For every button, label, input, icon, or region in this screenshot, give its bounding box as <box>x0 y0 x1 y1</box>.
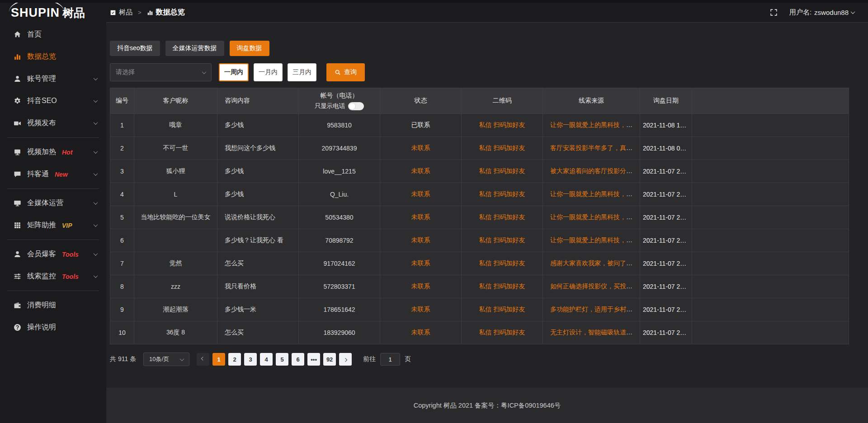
cell-status: 未联系 <box>380 298 462 321</box>
page-button-5[interactable]: 5 <box>276 353 288 366</box>
tab-2[interactable]: 询盘数据 <box>230 41 269 56</box>
chevron-down-icon <box>94 120 98 125</box>
sidebar-item-label: 数据总览 <box>27 52 56 61</box>
cell-source: 让你一眼就爱上的黑科技，能... <box>543 183 640 206</box>
qrcode-link[interactable]: 私信 扫码加好友 <box>479 144 525 151</box>
sidebar-item-douketong[interactable]: 抖客通New <box>0 163 106 185</box>
sidebar-divider <box>7 188 99 189</box>
cell-account: Q_Liu. <box>299 183 380 206</box>
cell-source: 被大家追着问的客厅投影分享... <box>543 160 640 183</box>
cell-no: 3 <box>110 160 134 183</box>
tab-0[interactable]: 抖音seo数据 <box>110 41 160 56</box>
filter-select[interactable]: 请选择 <box>110 63 212 81</box>
phone-only-toggle[interactable] <box>348 102 364 110</box>
cell-date: 2021-11-07 22:41 <box>640 229 692 252</box>
cell-filler <box>692 321 849 344</box>
logo[interactable]: SHUPIN 树品 <box>0 3 106 23</box>
sidebar-divider <box>7 240 99 240</box>
qrcode-link[interactable]: 私信 扫码加好友 <box>479 121 525 128</box>
page-button-4[interactable]: 4 <box>260 353 273 366</box>
source-link[interactable]: 让你一眼就爱上的黑科技，能... <box>550 121 638 128</box>
cell-nickname <box>134 229 217 252</box>
sidebar-item-member-baoke[interactable]: 会员爆客Tools <box>0 243 106 265</box>
qrcode-link[interactable]: 私信 扫码加好友 <box>479 259 525 267</box>
sidebar-item-operation-guide[interactable]: 操作说明 <box>0 316 106 338</box>
user-icon <box>14 250 21 258</box>
sidebar-item-clue-monitor[interactable]: 线索监控Tools <box>0 265 106 287</box>
chevron-down-icon <box>202 70 207 74</box>
sidebar-item-label: 首页 <box>27 30 42 39</box>
source-link[interactable]: 让你一眼就爱上的黑科技，能... <box>550 213 638 221</box>
source-link[interactable]: 多功能护栏灯，适用于乡村文... <box>550 306 638 313</box>
cell-date: 2021-11-07 21:42 <box>640 275 692 298</box>
footer: Copyright 树品 2021 备案号：粤ICP备09019646号 <box>106 388 868 423</box>
cell-qrcode: 私信 扫码加好友 <box>462 321 543 344</box>
cell-status: 未联系 <box>380 137 462 160</box>
qrcode-link[interactable]: 私信 扫码加好友 <box>479 213 525 221</box>
sidebar-item-matrix-boost[interactable]: 矩阵助推VIP <box>0 214 106 236</box>
source-link[interactable]: 感谢大家喜欢我家，被问了好... <box>550 259 638 267</box>
source-link[interactable]: 让你一眼就爱上的黑科技，能... <box>550 190 638 197</box>
sidebar-item-douyin-seo[interactable]: 抖音SEO <box>0 90 106 112</box>
sidebar-item-video-publish[interactable]: 视频发布 <box>0 112 106 134</box>
page-button-6[interactable]: 6 <box>292 353 304 366</box>
col-header-qrcode: 二维码 <box>462 88 543 114</box>
page-button-92[interactable]: 92 <box>323 353 336 366</box>
breadcrumb-root-icon <box>110 9 116 16</box>
cell-account: love__1215 <box>299 160 380 183</box>
page-button-3[interactable]: 3 <box>244 353 257 366</box>
page-button-2[interactable]: 2 <box>228 353 241 366</box>
cell-no: 10 <box>110 321 134 344</box>
source-link[interactable]: 如何正确选择投影仪，买投影... <box>550 282 638 290</box>
page-size-select[interactable]: 10条/页 <box>143 352 189 366</box>
page-size-value: 10条/页 <box>149 355 169 363</box>
fullscreen-icon[interactable] <box>770 9 778 16</box>
sidebar-item-account-manage[interactable]: 账号管理 <box>0 68 106 90</box>
cell-qrcode: 私信 扫码加好友 <box>462 183 543 206</box>
sidebar-item-video-heat[interactable]: 视频加热Hot <box>0 141 106 163</box>
cell-nickname: 狐小狸 <box>134 160 217 183</box>
qrcode-link[interactable]: 私信 扫码加好友 <box>479 329 525 336</box>
sidebar-divider <box>7 137 99 138</box>
sidebar-item-consume-detail[interactable]: 消费明细 <box>0 294 106 316</box>
user-menu[interactable]: 用户名: zswodun88 <box>789 8 854 17</box>
source-link[interactable]: 客厅安装投影半年多了，真实... <box>550 144 638 151</box>
tab-1[interactable]: 全媒体运营数据 <box>165 41 224 56</box>
range-button-1[interactable]: 一月内 <box>254 63 283 81</box>
qrcode-link[interactable]: 私信 扫码加好友 <box>479 167 525 174</box>
next-page-button[interactable] <box>339 353 352 366</box>
cell-status: 未联系 <box>380 229 462 252</box>
qrcode-link[interactable]: 私信 扫码加好友 <box>479 190 525 197</box>
cell-no: 1 <box>110 114 134 137</box>
page-ellipsis-button[interactable]: ••• <box>307 353 320 366</box>
sidebar-item-data-overview[interactable]: 数据总览 <box>0 46 106 68</box>
cell-no: 7 <box>110 252 134 275</box>
toggle-knob <box>349 103 356 110</box>
breadcrumb-root[interactable]: 树品 <box>119 8 132 17</box>
source-link[interactable]: 被大家追着问的客厅投影分享... <box>550 167 638 174</box>
cell-filler <box>692 229 849 252</box>
query-button-label: 查询 <box>344 68 357 76</box>
cell-account: 70898792 <box>299 229 380 252</box>
qrcode-link[interactable]: 私信 扫码加好友 <box>479 236 525 244</box>
cell-source: 感谢大家喜欢我家，被问了好... <box>543 252 640 275</box>
qrcode-link[interactable]: 私信 扫码加好友 <box>479 306 525 313</box>
source-link[interactable]: 无主灯设计，智能磁吸轨道灯... <box>550 329 638 336</box>
sidebar-item-media-operation[interactable]: 全媒体运营 <box>0 192 106 214</box>
cell-status: 未联系 <box>380 321 462 344</box>
range-button-0[interactable]: 一周内 <box>219 63 249 81</box>
data-tabs: 抖音seo数据全媒体运营数据询盘数据 <box>110 41 868 56</box>
video-icon <box>14 119 21 127</box>
qrcode-link[interactable]: 私信 扫码加好友 <box>479 282 525 290</box>
sidebar-item-label: 视频加热 <box>27 147 56 157</box>
goto-page-input[interactable] <box>380 353 400 366</box>
cell-status: 已联系 <box>380 114 462 137</box>
prev-page-button[interactable] <box>197 353 209 366</box>
source-link[interactable]: 让你一眼就爱上的黑科技，能... <box>550 236 638 244</box>
page-button-1[interactable]: 1 <box>212 353 225 366</box>
query-button[interactable]: 查询 <box>326 63 365 81</box>
range-button-2[interactable]: 三月内 <box>288 63 316 81</box>
sidebar-item-label: 消费明细 <box>27 301 56 310</box>
sidebar-item-home[interactable]: 首页 <box>0 24 106 46</box>
topbar-right: 用户名: zswodun88 <box>770 8 868 17</box>
